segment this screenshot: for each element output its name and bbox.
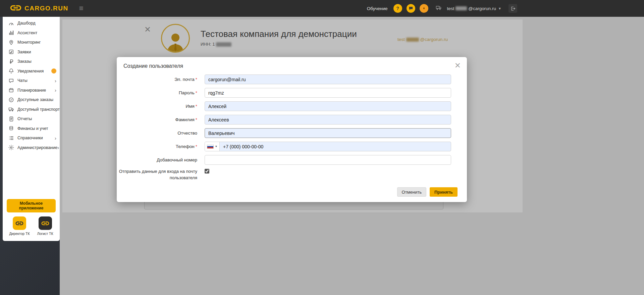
sidebar-item-directories[interactable]: Справочники › [3,133,60,143]
sidebar-item-planning[interactable]: Планирование › [3,86,60,95]
map-pin-icon [8,39,14,45]
firstname-input[interactable] [205,101,451,111]
accept-button[interactable]: Принять [430,187,458,197]
modal-title: Создание пользователя [123,63,183,69]
chevron-right-icon: › [55,78,56,83]
app-director-tk[interactable]: Директор ТК [9,216,30,236]
sidebar-item-label: Администрирование [17,145,57,150]
help-question-icon[interactable]: ? [393,4,402,13]
phone-label: Телефон* [117,144,205,149]
sidebar-item-finance[interactable]: Финансы и учет [3,124,60,134]
chevron-right-icon: › [55,136,56,141]
sidebar-item-label: Заказы [17,59,32,64]
lastname-input[interactable] [205,115,451,125]
email-label: Эл. почта* [117,77,205,82]
form-row-extension: Добавочный номер [117,155,467,165]
send-credentials-checkbox[interactable] [205,169,209,174]
sidebar-item-label: Чаты [17,78,28,83]
required-asterisk: * [196,77,197,82]
gear-icon [8,145,14,151]
form-row-password: Пароль* [117,88,467,98]
chevron-right-icon: › [55,88,56,93]
modal-close-icon[interactable]: ✕ [454,62,461,69]
sidebar-item-label: Финансы и учет [17,126,48,131]
reports-icon [8,116,14,122]
sidebar-item-administration[interactable]: Администрирование › [3,143,60,153]
required-asterisk: * [196,144,197,149]
logo[interactable]: CARGO.RUN [0,4,68,13]
dashboard-icon [8,20,14,26]
bell-icon [8,68,14,74]
caret-down-icon: ▼ [215,145,218,148]
sidebar-item-notifications[interactable]: Уведомления [3,66,60,76]
phone-input-group: ▼ [205,142,451,151]
user-account-menu[interactable]: test @cargorun.ru ▼ [447,6,501,11]
middlename-input[interactable] [205,128,451,138]
form-row-email: Эл. почта* [117,75,467,84]
sidebar-item-label: Доступные заказы [17,97,53,102]
training-link[interactable]: Обучение [367,6,388,11]
sidebar-item-label: Ассистент [17,31,37,35]
country-flag-dropdown[interactable]: ▼ [205,142,220,151]
mobile-app-title: Мобильное приложение [7,199,56,212]
extension-input[interactable] [205,155,451,165]
extension-label: Добавочный номер [117,157,205,162]
sidebar-item-label: Мониторинг [17,40,41,45]
sidebar-item-label: Заявки [17,50,31,54]
form-row-lastname: Фамилия* [117,115,467,125]
sidebar-item-label: Доступный транспорт [17,107,60,112]
topbar: CARGO.RUN ≡ Обучение ? test @cargorun.ru… [0,0,644,17]
chevron-down-icon: ▼ [498,7,501,10]
ruble-icon [8,58,14,64]
available-orders-icon [8,97,14,103]
password-label: Пароль* [117,90,205,95]
form-row-middlename: Отчество [117,128,467,138]
logist-app-icon [39,216,52,230]
required-asterisk: * [196,117,197,122]
sidebar-item-label: Дашборд [17,21,36,26]
sidebar-item-available-transport[interactable]: Доступный транспорт [3,105,60,114]
chevron-right-icon: › [57,145,59,150]
hamburger-menu-icon[interactable]: ≡ [79,5,84,12]
email-input[interactable] [205,75,451,84]
directory-list-icon [8,135,14,141]
logout-icon[interactable] [508,4,517,13]
sidebar-item-reports[interactable]: Отчеты [3,114,60,124]
app-logist-tk[interactable]: Логист ТК [37,216,53,236]
sidebar-item-orders[interactable]: Заказы [3,57,60,66]
sidebar: Дашборд Ассистент Мониторинг Заявки Зака… [3,17,60,241]
create-user-modal: Создание пользователя ✕ Эл. почта* Парол… [117,57,467,202]
sidebar-item-dashboard[interactable]: Дашборд [3,18,60,28]
sidebar-item-label: Справочники [17,136,43,140]
sidebar-item-requests[interactable]: Заявки [3,47,60,57]
send-credentials-label: Отправить данные для входа на почту поль… [117,168,205,181]
request-edit-icon [8,49,14,55]
chart-icon [8,30,14,36]
form-row-firstname: Имя* [117,101,467,111]
sidebar-item-monitoring[interactable]: Мониторинг [3,38,60,47]
russia-flag-icon [207,145,214,149]
director-app-icon [13,216,26,230]
sidebar-item-assistant[interactable]: Ассистент [3,28,60,38]
sidebar-item-available-orders[interactable]: Доступные заказы [3,95,60,105]
lastname-label: Фамилия* [117,117,205,122]
sidebar-item-chats[interactable]: Чаты › [3,76,60,86]
form-row-send-credentials: Отправить данные для входа на почту поль… [117,168,467,181]
create-user-form: Эл. почта* Пароль* Имя* Фамилия* Отчеств… [117,75,467,181]
sidebar-item-label: Отчеты [17,116,32,121]
support-chat-icon[interactable] [407,4,415,13]
fleet-truck-icon[interactable] [435,5,443,12]
cargo-run-logo-icon [10,4,21,13]
chat-icon [8,78,14,84]
calendar-icon [8,87,14,93]
notification-badge [51,68,56,73]
logo-text: CARGO.RUN [24,5,68,12]
phone-input[interactable] [220,142,451,151]
whats-new-flame-icon[interactable] [420,4,428,13]
required-asterisk: * [196,90,197,95]
cancel-button[interactable]: Отменить [397,187,426,197]
censored-text [455,6,467,10]
app-label: Логист ТК [37,232,53,236]
password-input[interactable] [205,88,451,98]
firstname-label: Имя* [117,104,205,109]
